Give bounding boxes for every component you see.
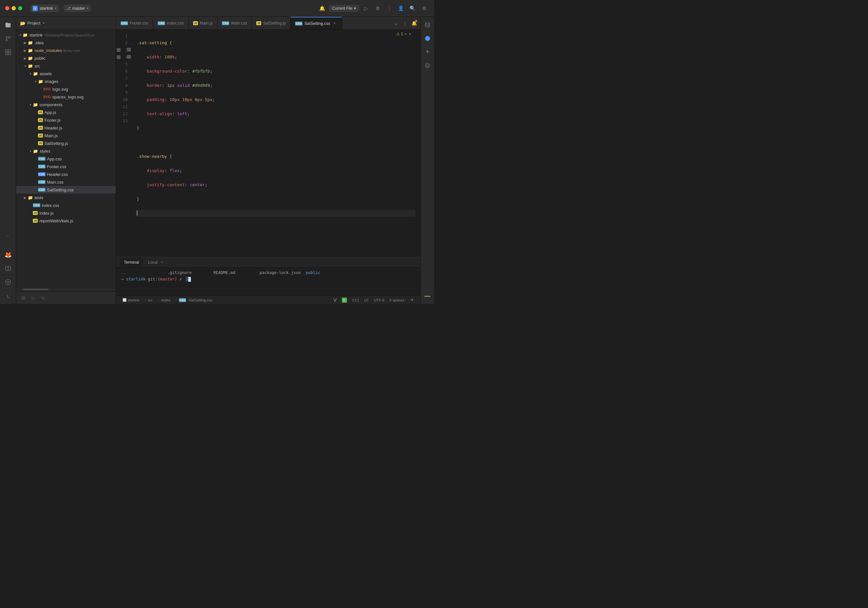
tree-item-header-js[interactable]: JS Header.js [16,124,116,132]
tree-item-index-css[interactable]: CSS index.css [16,201,116,209]
tree-item-satsetting-js[interactable]: JS SatSetting.js [16,139,116,147]
tree-item-node-modules[interactable]: ▶ 📁 node_modules library root [16,47,116,54]
tree-item-reportwebvitals[interactable]: JS reportWebVitals.js [16,217,116,225]
tree-item-footer-js[interactable]: JS Footer.js [16,116,116,124]
tab-notify-btn[interactable]: 🔔 [410,19,418,27]
tree-item-spacex-svg[interactable]: SVG spacex_logo.svg [16,93,116,101]
line-num-12: 12 [116,110,132,117]
terminal-tab-close-local[interactable]: ✕ [160,260,164,264]
sidebar-item-structure[interactable] [2,47,14,58]
code-line-3: background-color: #fbfbfb; [137,68,415,75]
project-selector[interactable]: S starlink ▾ [30,5,59,12]
bottom-icon-2[interactable]: ▷ [29,294,37,302]
line-num-2: 2 [116,39,132,47]
minimize-button[interactable] [12,6,16,10]
right-icon-circle-blue[interactable] [422,33,433,44]
tab-satsetting-js[interactable]: JS SatSetting.js [252,17,290,30]
right-icon-ai[interactable] [422,47,433,58]
status-starlink[interactable]: ⬜ starlink [120,296,142,304]
status-styles[interactable]: › styles [155,296,173,304]
terminal-area: Terminal Local ✕ .. .gitignore README.md… [116,257,420,295]
nav-up-btn[interactable]: ∧ [405,32,407,36]
status-colab[interactable]: C [339,296,350,304]
status-indent[interactable]: 4 spaces [387,296,407,304]
sidebar-item-terminal[interactable] [2,290,14,302]
sidebar-item-run[interactable] [2,276,14,288]
close-button[interactable] [5,6,9,10]
status-line-ending[interactable]: LF [362,296,371,304]
file-tree-header: 📂 Project ▾ [16,17,116,30]
settings-btn[interactable]: ⚙ [419,4,429,13]
branch-selector[interactable]: ⎇ master ▾ [64,5,91,12]
tab-more-btn[interactable]: ⌄ [392,19,400,27]
tree-item-starlink[interactable]: ▾ 📁 starlink ~/Desktop/Projects/SpaceX/C… [16,31,116,39]
tab-main-css[interactable]: CSS Main.css [217,17,252,30]
css-icon-main: CSS [38,180,45,184]
terminal-tab-local[interactable]: Local ✕ [144,258,168,267]
profile-btn[interactable]: 👤 [396,4,406,13]
alert-icon-btn[interactable]: 🔔 [317,4,327,13]
tab-index-css[interactable]: CSS index.css [153,17,189,30]
sidebar-item-diff[interactable] [2,263,14,274]
tab-close-satsetting-css[interactable]: ✕ [332,21,337,26]
tree-item-footer-css[interactable]: CSS Footer.css [16,163,116,170]
tree-item-satsetting-css[interactable]: CSS SatSetting.css [16,186,116,194]
terminal-input[interactable] [186,277,188,281]
tab-satsetting-css[interactable]: CSS SatSetting.css ✕ [290,17,342,30]
tree-item-tests[interactable]: ▶ 📁 tests [16,194,116,201]
tree-item-idea[interactable]: ▶ 📁 .idea [16,39,116,47]
sidebar-item-more[interactable]: ··· [2,230,14,241]
right-icon-copilot[interactable] [422,60,433,71]
bottom-icon-1[interactable]: ⊟ [20,294,27,302]
tree-arrow-images: ▾ [33,80,38,83]
tree-item-name-footer-js: Footer.js [45,118,113,123]
search-btn[interactable]: 🔍 [408,4,417,13]
tree-item-logo-svg[interactable]: SVG logo.svg [16,85,116,93]
tree-item-styles[interactable]: ▾ 📁 styles [16,147,116,155]
tree-item-name-index-js: index.js [39,211,113,216]
css-icon-satsetting: CSS [38,188,45,192]
tree-item-public[interactable]: ▶ 📁 public [16,54,116,62]
tree-item-main-css[interactable]: CSS Main.css [16,178,116,186]
tab-split-btn[interactable]: ⋮ [401,19,409,27]
bottom-icon-3[interactable]: ⌥ [39,294,46,302]
tree-item-images[interactable]: ▾ 📁 images [16,78,116,85]
more-btn[interactable]: ⋮ [384,4,394,13]
run-selector[interactable]: Current File ▾ [329,5,359,12]
status-bar: ⬜ starlink › src › styles › CSS SatSetti… [116,295,420,304]
terminal-tab-terminal[interactable]: Terminal [120,258,143,267]
tree-item-index-js[interactable]: JS index.js [16,209,116,217]
sidebar-item-files[interactable] [2,19,14,31]
status-push[interactable] [407,296,417,304]
status-position[interactable]: 13:1 [350,296,362,304]
right-icon-database[interactable] [422,19,433,30]
terminal-git-close: ) [175,277,177,281]
status-src[interactable]: › src [142,296,155,304]
maximize-button[interactable] [18,6,22,10]
editor-area: CSS Footer.css CSS index.css JS Main.js … [116,17,420,257]
right-icon-minus-yellow[interactable]: — [422,291,433,302]
debug-btn[interactable]: ⚙ [373,4,383,13]
tree-item-header-css[interactable]: CSS Header.css [16,170,116,178]
tree-item-app-css[interactable]: CSS App.css [16,155,116,163]
tree-item-components[interactable]: ▾ 📁 components [16,101,116,109]
editor-code[interactable]: .sat-setting { width: 100%; background-c… [132,30,420,257]
status-encoding[interactable]: UTF-8 [371,296,387,304]
tree-item-assets[interactable]: ▾ 📁 assets [16,70,116,78]
tree-item-src[interactable]: ▾ 📁 src [16,62,116,70]
tree-item-app-js[interactable]: JS App.js [16,109,116,116]
status-vim[interactable]: V [331,296,339,304]
svg-rect-5 [5,53,8,55]
svg-rect-6 [8,53,11,55]
status-file-sep: › [176,298,177,302]
tab-icon-main-css: CSS [222,21,229,25]
sidebar-item-git[interactable] [2,33,14,45]
status-file[interactable]: › CSS SatSetting.css [173,296,215,304]
play-btn[interactable]: ▷ [361,4,371,13]
tab-main-js[interactable]: JS Main.js [189,17,218,30]
sidebar-item-avatar[interactable]: 🦊 [2,249,14,261]
nav-down-btn[interactable]: ∨ [409,32,411,36]
tab-footer-css[interactable]: CSS Footer.css [116,17,153,30]
tree-item-name-images: images [45,79,113,84]
tree-item-main-js[interactable]: JS Main.js [16,132,116,139]
